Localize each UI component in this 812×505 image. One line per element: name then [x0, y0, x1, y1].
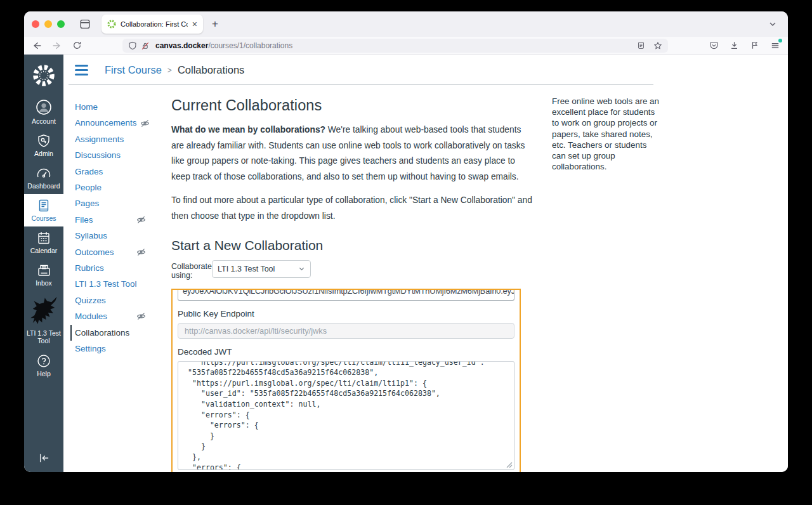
sidebar-item-dashboard[interactable]: Dashboard [24, 162, 63, 194]
intro-paragraph: What do we mean by collaborations? We're… [171, 122, 535, 185]
hidden-eye-icon [136, 312, 146, 320]
sidebar-item-calendar[interactable]: Calendar [24, 226, 63, 259]
select-value: LTI 1.3 Test Tool [218, 265, 275, 273]
lti-tool-frame: eyJ0eXAiOiJKV1QiLCJhbGciOiJSUzI1NiIsImtp… [171, 289, 521, 472]
course-nav-assignments[interactable]: Assignments [75, 131, 146, 147]
minimize-window-button[interactable] [44, 20, 52, 28]
breadcrumb-separator: > [167, 66, 172, 75]
canvas-logo-icon[interactable] [24, 55, 63, 95]
tab-close-icon[interactable]: × [192, 20, 197, 29]
breadcrumb-current-page: Collaborations [178, 64, 244, 76]
sidebar-item-help[interactable]: Help [24, 350, 63, 382]
calendar-icon [37, 231, 51, 245]
course-nav-announcements[interactable]: Announcements [75, 115, 146, 131]
course-nav-toggle-icon[interactable] [75, 65, 88, 75]
decoded-jwt-label: Decoded JWT [178, 347, 514, 357]
downloads-icon[interactable] [730, 41, 739, 50]
collaborate-using-label: Collaborate using: [171, 260, 207, 280]
list-all-tabs-chevron-icon[interactable] [768, 19, 778, 29]
collapse-arrow-icon [37, 453, 50, 463]
sidebar-info-panel: Free online web tools are an excellent p… [552, 85, 661, 472]
course-nav-lti-test-tool[interactable]: LTI 1.3 Test Tool [75, 276, 146, 292]
new-tab-button[interactable]: + [212, 18, 218, 30]
canvas-global-nav: Account Admin Dashboard C [24, 55, 63, 472]
forward-button[interactable] [52, 41, 62, 51]
public-key-endpoint-label: Public Key Endpoint [178, 309, 514, 318]
reader-view-icon[interactable] [637, 41, 645, 49]
extensions-flag-icon[interactable] [750, 41, 759, 50]
course-nav-quizzes[interactable]: Quizzes [75, 292, 146, 308]
course-nav: Home Announcements Assignments Discussio… [63, 85, 156, 472]
browser-window: Collaboration: First Course × + [24, 11, 788, 472]
back-button[interactable] [32, 41, 42, 51]
jwt-input[interactable]: eyJ0eXAiOiJKV1QiLCJhbGciOiJSUzI1NiIsImtp… [178, 290, 514, 301]
course-nav-settings[interactable]: Settings [75, 341, 146, 357]
decoded-jwt-textarea[interactable]: "https://purl.imsglobal.org/spec/lti/cla… [178, 361, 514, 470]
browser-tab-strip: Collaboration: First Course × + [24, 11, 788, 37]
hidden-eye-icon [136, 216, 146, 224]
public-key-endpoint-input[interactable] [178, 323, 514, 339]
url-text: canvas.docker/courses/1/collaborations [155, 41, 633, 50]
address-bar[interactable]: canvas.docker/courses/1/collaborations [122, 39, 668, 53]
sidebar-item-inbox[interactable]: Inbox [24, 259, 63, 291]
close-window-button[interactable] [32, 20, 39, 28]
sidebar-item-courses[interactable]: Courses [24, 194, 63, 226]
course-nav-rubrics[interactable]: Rubrics [75, 260, 146, 276]
page-title: Current Collaborations [171, 97, 535, 114]
course-nav-people[interactable]: People [75, 180, 146, 195]
breadcrumb: First Course > Collaborations [105, 64, 244, 76]
course-nav-syllabus[interactable]: Syllabus [75, 228, 146, 244]
breadcrumb-course-link[interactable]: First Course [105, 64, 162, 76]
collapse-global-nav-button[interactable] [24, 445, 63, 472]
page-content: First Course > Collaborations Home Annou… [63, 55, 788, 472]
inbox-icon [37, 263, 51, 277]
browser-tab[interactable]: Collaboration: First Course × [102, 15, 203, 34]
second-paragraph: To find out more about a particular type… [171, 193, 535, 224]
sidebar-item-account[interactable]: Account [24, 95, 63, 129]
menu-notification-dot [778, 39, 782, 43]
url-host: canvas.docker [155, 41, 208, 50]
url-path: /courses/1/collaborations [208, 41, 292, 50]
tracking-shield-icon[interactable] [128, 41, 137, 50]
hidden-eye-icon [136, 248, 146, 256]
admin-shield-icon [37, 134, 51, 148]
insecure-lock-icon[interactable] [141, 41, 150, 50]
main-column: Current Collaborations What do we mean b… [171, 85, 535, 472]
start-collaboration-heading: Start a New Collaboration [171, 238, 535, 253]
course-nav-collaborations[interactable]: Collaborations [70, 325, 141, 341]
bookmark-star-icon[interactable] [653, 41, 662, 50]
tab-title: Collaboration: First Course [121, 20, 188, 28]
pocket-icon[interactable] [709, 41, 719, 50]
course-nav-outcomes[interactable]: Outcomes [75, 244, 146, 260]
intro-bold: What do we mean by collaborations? [171, 125, 325, 134]
collaboration-type-select[interactable]: LTI 1.3 Test Tool [212, 260, 311, 278]
sidebar-item-admin[interactable]: Admin [24, 129, 63, 162]
zoom-window-button[interactable] [57, 20, 65, 28]
course-nav-files[interactable]: Files [75, 212, 146, 228]
resize-handle-icon[interactable] [506, 462, 513, 468]
unicorn-icon [27, 296, 60, 327]
course-nav-home[interactable]: Home [75, 99, 146, 115]
course-nav-grades[interactable]: Grades [75, 164, 146, 180]
firefox-view-icon[interactable] [79, 18, 91, 30]
hidden-eye-icon [140, 119, 150, 128]
app-menu-button[interactable] [770, 41, 780, 51]
traffic-lights [32, 20, 65, 28]
course-nav-discussions[interactable]: Discussions [75, 147, 146, 163]
sidebar-item-lti-test-tool[interactable]: LTI 1.3 Test Tool [24, 291, 63, 349]
reload-button[interactable] [72, 41, 82, 50]
avatar-icon [36, 99, 52, 115]
canvas-favicon-icon [107, 20, 116, 29]
course-nav-pages[interactable]: Pages [75, 195, 146, 211]
course-header: First Course > Collaborations [69, 55, 653, 85]
courses-book-icon [37, 199, 51, 213]
browser-toolbar: canvas.docker/courses/1/collaborations [24, 37, 788, 55]
dashboard-gauge-icon [36, 166, 51, 180]
sidebar-info-text: Free online web tools are an excellent p… [552, 96, 661, 172]
course-nav-modules[interactable]: Modules [75, 308, 146, 324]
help-icon [37, 354, 51, 368]
chevron-down-icon [298, 265, 305, 272]
